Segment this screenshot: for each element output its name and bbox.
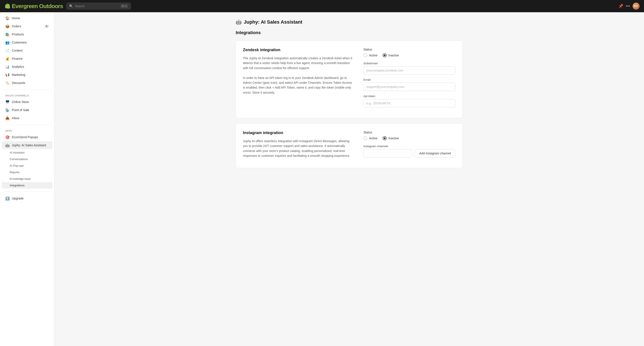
sidebar-label-upgrade: Upgrade (12, 197, 24, 200)
zendesk-status-label: Status (364, 48, 456, 51)
search-bar[interactable]: 🔍 ⌘ K (66, 3, 131, 10)
sidebar-item-upgrade[interactable]: ⬆️ Upgrade (2, 194, 52, 202)
page-header: 🤖 Juphy: AI Sales Assistant (236, 19, 463, 25)
instagram-inactive-radio[interactable] (383, 136, 386, 140)
analytics-icon: 📊 (5, 64, 10, 69)
zendesk-active-option[interactable]: Active (364, 53, 378, 57)
sidebar-label-inbox: Inbox (12, 116, 19, 120)
sidebar-item-finance[interactable]: 💰 Finance (2, 55, 52, 63)
sidebar-sub-ai-pop-ups[interactable]: AI Pop-ups (2, 163, 52, 169)
sidebar-sub-integrations[interactable]: Integrations (2, 182, 52, 188)
content-area: 🤖 Juphy: AI Sales Assistant Integrations… (54, 12, 644, 346)
pos-icon: 🏪 (5, 108, 10, 112)
ecomsend-icon: 🎯 (5, 135, 10, 139)
sidebar-item-content[interactable]: 📄 Content (2, 47, 52, 54)
sidebar-label-conversations: Conversations (10, 158, 28, 161)
more-icon[interactable]: ••• (626, 4, 630, 8)
sidebar-label-marketing: Marketing (12, 73, 25, 77)
sidebar-item-point-of-sale[interactable]: 🏪 Point of Sale (2, 106, 52, 114)
orders-icon: 📦 (5, 24, 10, 28)
sidebar-label-juphy: Juphy: AI Sales Assistant (12, 144, 46, 147)
instagram-active-option[interactable]: Active (364, 136, 378, 140)
sidebar-item-customers[interactable]: 👥 Customers (2, 38, 52, 46)
instagram-status-field: Status Active (364, 131, 456, 140)
zendesk-api-token-input[interactable] (364, 99, 456, 107)
sidebar-item-inbox[interactable]: 📥 Inbox (2, 114, 52, 122)
pin-icon[interactable]: 📌 (618, 4, 623, 8)
sidebar-label-customers: Customers (12, 41, 27, 44)
zendesk-active-radio[interactable] (364, 53, 367, 57)
instagram-card: Instagram integration Juphy AI offers se… (236, 123, 463, 168)
zendesk-inactive-radio[interactable] (383, 53, 386, 57)
instagram-card-left: Instagram integration Juphy AI offers se… (243, 131, 355, 161)
sidebar-item-marketing[interactable]: 📢 Marketing (2, 71, 52, 79)
sidebar-sub-ai-assistant[interactable]: AI Assistant (2, 149, 52, 156)
instagram-channels-row: Add Instagram channel (364, 149, 456, 158)
sidebar-label-online-store: Online Store (12, 100, 29, 104)
page-wrapper: 🤖 Juphy: AI Sales Assistant Integrations… (229, 12, 470, 180)
sidebar-label-ai-assistant: AI Assistant (10, 151, 24, 154)
instagram-active-radio[interactable] (364, 136, 367, 140)
inbox-icon: 📥 (5, 116, 10, 120)
content-icon: 📄 (5, 48, 10, 53)
sidebar-item-online-store[interactable]: 🖥️ Online Store (2, 98, 52, 106)
marketing-icon: 📢 (5, 73, 10, 77)
home-icon: 🏠 (5, 16, 10, 20)
zendesk-email-label: Email (364, 78, 456, 81)
add-instagram-channel-button[interactable]: Add Instagram channel (415, 149, 456, 158)
sidebar-label-integrations: Integrations (10, 184, 24, 187)
sidebar-label-ecomsend: EcomSend Popups (12, 135, 38, 139)
zendesk-inactive-radio-fill (384, 54, 386, 56)
instagram-channels-field: Instagram channels Add Instagram channel (364, 145, 456, 158)
sidebar-item-juphy[interactable]: 🤖 Juphy: AI Sales Assistant (2, 141, 52, 149)
main-layout: 🏠 Home 📦 Orders 5 🛍️ Products 👥 Customer… (0, 12, 644, 346)
juphy-icon: 🤖 (5, 143, 10, 147)
sidebar-item-discounts[interactable]: 🏷️ Discounts (2, 79, 52, 87)
instagram-desc: Juphy AI offers seamless integration wit… (243, 139, 355, 158)
zendesk-active-label: Active (369, 54, 378, 57)
sidebar-item-home[interactable]: 🏠 Home (2, 14, 52, 22)
sidebar-item-orders[interactable]: 📦 Orders 5 (2, 22, 52, 30)
instagram-active-label: Active (369, 137, 378, 140)
customers-icon: 👥 (5, 40, 10, 45)
instagram-card-right: Status Active (364, 131, 456, 161)
zendesk-card-right: Status Active (364, 48, 456, 111)
avatar[interactable]: EO (632, 3, 640, 10)
instagram-inactive-option[interactable]: Inactive (383, 136, 399, 140)
search-input[interactable] (75, 4, 118, 8)
zendesk-inactive-option[interactable]: Inactive (383, 53, 399, 57)
apps-label: Apps (0, 128, 54, 133)
sidebar-item-analytics[interactable]: 📊 Analytics (2, 63, 52, 71)
sidebar-sub-conversations[interactable]: Conversations (2, 156, 52, 162)
instagram-channels-label: Instagram channels (364, 145, 456, 148)
zendesk-card-body: Zendesk integration The Juphy AI Zendesk… (236, 41, 462, 118)
sidebar-sub-knowledge-base[interactable]: Knowledge base (2, 176, 52, 182)
sidebar-item-products[interactable]: 🛍️ Products (2, 30, 52, 38)
orders-badge: 5 (44, 25, 49, 28)
search-shortcut: ⌘ K (120, 4, 128, 8)
sidebar-label-analytics: Analytics (12, 65, 24, 68)
zendesk-card: Zendesk integration The Juphy AI Zendesk… (236, 40, 463, 118)
sales-channels-label: Sales channels (0, 93, 54, 98)
sidebar-sub-reports[interactable]: Reports (2, 169, 52, 175)
products-icon: 🛍️ (5, 32, 10, 36)
page-title: Juphy: AI Sales Assistant (244, 19, 302, 25)
section-title: Integrations (236, 30, 463, 35)
zendesk-subdomain-label: Subdomain (364, 62, 456, 65)
sidebar-label-content: Content (12, 49, 22, 52)
instagram-title: Instagram integration (243, 131, 355, 135)
sidebar-label-products: Products (12, 33, 24, 36)
sidebar-bottom: ⬆️ Upgrade (0, 192, 54, 204)
zendesk-card-left: Zendesk integration The Juphy AI Zendesk… (243, 48, 355, 111)
sidebar-main-nav: 🏠 Home 📦 Orders 5 🛍️ Products 👥 Customer… (0, 12, 54, 89)
instagram-inactive-radio-fill (384, 137, 386, 139)
zendesk-status-field: Status Active (364, 48, 456, 57)
topbar-right: 📌 ••• EO (618, 3, 640, 10)
zendesk-subdomain-input[interactable] (364, 66, 456, 75)
zendesk-email-input[interactable] (364, 83, 456, 91)
finance-icon: 💰 (5, 56, 10, 61)
sidebar: 🏠 Home 📦 Orders 5 🛍️ Products 👥 Customer… (0, 12, 54, 346)
sidebar-label-reports: Reports (10, 171, 20, 174)
instagram-channels-select[interactable] (364, 149, 412, 158)
sidebar-item-ecomsend[interactable]: 🎯 EcomSend Popups (2, 133, 52, 141)
